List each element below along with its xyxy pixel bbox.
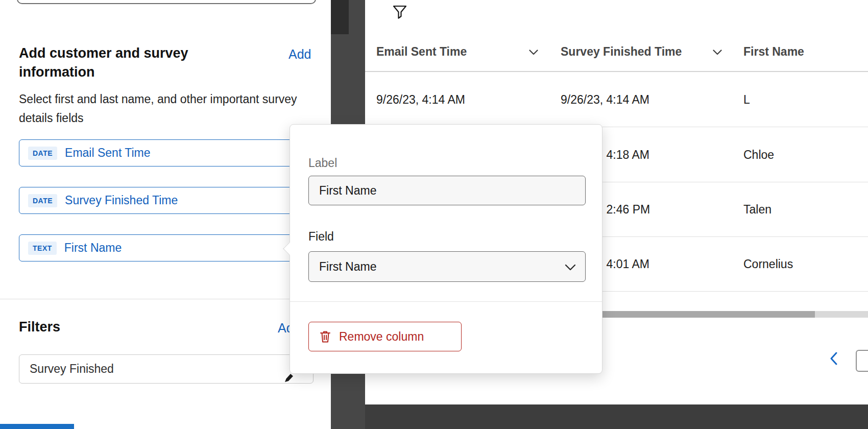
cell-email-sent-time: 9/26/23, 4:14 AM	[376, 92, 465, 106]
section-divider	[0, 299, 331, 299]
cell-survey-finished-time: 9/26/23, 4:14 AM	[561, 92, 649, 106]
column-header-label: Email Sent Time	[376, 45, 467, 58]
column-header-label: First Name	[743, 45, 804, 58]
column-header-label: Survey Finished Time	[561, 45, 682, 58]
settings-panel: Add customer and survey information Add …	[0, 0, 331, 429]
field-label: First Name	[64, 241, 122, 255]
sort-chevron-down-icon[interactable]	[713, 50, 722, 55]
field-type-badge: DATE	[28, 147, 57, 160]
cell-first-name: L	[743, 92, 750, 106]
remove-column-label: Remove column	[339, 330, 424, 344]
filter-item-label: Survey Finished	[30, 362, 114, 376]
field-select-value: First Name	[319, 260, 376, 274]
cell-first-name: Cornelius	[743, 257, 793, 271]
scrollbar-thumb-vertical[interactable]	[331, 0, 349, 34]
column-header-first-name[interactable]: First Name	[743, 45, 804, 59]
section-title: Add customer and survey information	[19, 44, 244, 82]
edit-pencil-icon[interactable]	[284, 373, 294, 383]
column-header-survey-finished-time[interactable]: Survey Finished Time	[561, 45, 682, 59]
chevron-left-icon	[829, 351, 840, 366]
label-caption: Label	[308, 156, 337, 170]
popover-divider	[290, 301, 602, 302]
filters-title: Filters	[19, 319, 60, 335]
truncated-text-input[interactable]	[17, 0, 316, 4]
section-description: Select first and last name, and other im…	[19, 90, 305, 128]
field-label: Survey Finished Time	[65, 194, 178, 207]
filter-item-survey-finished[interactable]: Survey Finished	[19, 354, 314, 384]
field-type-badge: DATE	[28, 194, 57, 207]
sort-chevron-down-icon[interactable]	[529, 50, 538, 55]
field-row-email-sent-time[interactable]: DATE Email Sent Time	[19, 139, 313, 166]
chevron-down-icon	[565, 264, 576, 271]
cell-first-name: Chloe	[743, 148, 774, 161]
table-row[interactable]: 9/26/23, 4:14 AM 9/26/23, 4:14 AM L	[365, 72, 868, 127]
pagination-prev-button[interactable]	[829, 351, 840, 367]
field-select[interactable]: First Name	[308, 251, 586, 282]
column-settings-popover: Label Field First Name Remove column	[290, 124, 602, 374]
filter-funnel-icon[interactable]	[392, 4, 408, 20]
cell-first-name: Talen	[743, 203, 771, 217]
bottom-primary-strip	[0, 424, 74, 429]
page-number-input-partial[interactable]	[856, 350, 868, 372]
trash-icon	[319, 330, 331, 343]
add-field-link[interactable]: Add	[288, 47, 311, 62]
field-label: Email Sent Time	[65, 146, 150, 160]
column-header-email-sent-time[interactable]: Email Sent Time	[376, 45, 467, 59]
app-root: Add customer and survey information Add …	[0, 0, 868, 429]
field-row-survey-finished-time[interactable]: DATE Survey Finished Time	[19, 187, 313, 214]
label-input[interactable]	[308, 176, 586, 205]
field-caption: Field	[308, 230, 334, 244]
field-row-first-name[interactable]: TEXT First Name	[19, 234, 313, 261]
field-type-badge: TEXT	[28, 242, 57, 255]
remove-column-button[interactable]: Remove column	[308, 322, 462, 351]
bottom-dark-bar	[365, 404, 868, 429]
